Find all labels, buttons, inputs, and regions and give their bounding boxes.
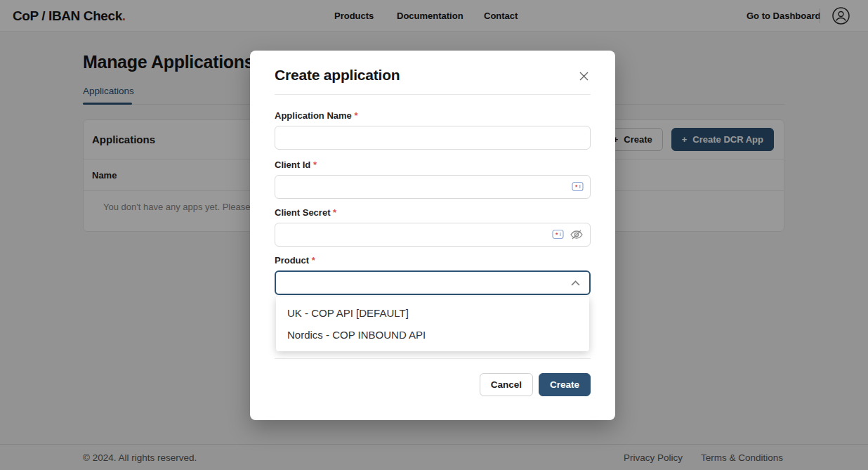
client-id-label: Client Id * — [275, 159, 591, 170]
required-asterisk: * — [313, 159, 317, 170]
product-dropdown: UK - COP API [DEFAULT] Nordics - COP INB… — [276, 296, 589, 351]
client-id-input[interactable] — [275, 175, 591, 199]
required-asterisk: * — [333, 207, 336, 218]
autofill-key-icon[interactable]: * — [552, 230, 564, 240]
svg-text:*: * — [555, 231, 558, 238]
required-asterisk: * — [354, 110, 357, 121]
dropdown-option-nordics-cop-inbound-api[interactable]: Nordics - COP INBOUND API — [276, 324, 589, 346]
svg-text:*: * — [575, 183, 578, 190]
modal-create-button[interactable]: Create — [539, 373, 591, 396]
modal-header-divider — [275, 94, 591, 95]
product-select[interactable]: UK - COP API [DEFAULT] Nordics - COP INB… — [275, 270, 591, 295]
client-secret-input[interactable] — [275, 223, 591, 247]
application-name-input[interactable] — [275, 126, 591, 150]
client-secret-label: Client Secret * — [275, 207, 591, 218]
close-icon[interactable] — [577, 70, 591, 83]
create-application-form: Application Name * Client Id * * — [275, 110, 591, 295]
create-application-modal: Create application Application Name * Cl… — [250, 51, 615, 420]
modal-title: Create application — [275, 67, 400, 84]
modal-buttons: Cancel Create — [275, 373, 591, 396]
toggle-password-visibility-icon[interactable] — [570, 229, 584, 240]
required-asterisk: * — [312, 255, 315, 266]
cancel-button[interactable]: Cancel — [480, 373, 533, 396]
dropdown-option-uk-cop-api[interactable]: UK - COP API [DEFAULT] — [276, 302, 589, 324]
product-label: Product * — [275, 255, 591, 266]
modal-footer-divider — [275, 358, 591, 359]
chevron-up-icon — [570, 280, 581, 286]
autofill-key-icon[interactable]: * — [572, 182, 584, 192]
page: CoP / IBAN Check. Products Documentation… — [0, 0, 868, 470]
application-name-label: Application Name * — [275, 110, 591, 121]
